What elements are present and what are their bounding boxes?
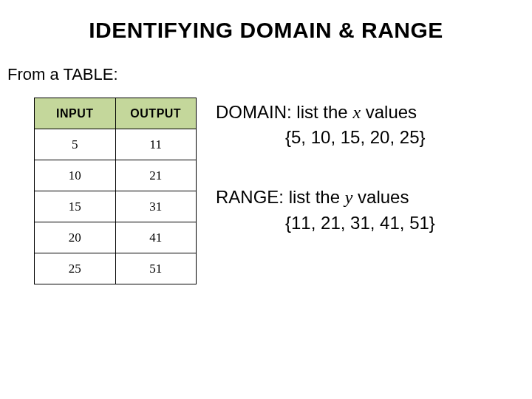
table-header-row: INPUT OUTPUT [35, 98, 197, 129]
domain-prefix: DOMAIN: list the [216, 102, 352, 122]
cell-input: 20 [35, 222, 116, 253]
table-row: 5 11 [35, 129, 197, 160]
cell-input: 15 [35, 191, 116, 222]
table-row: 20 41 [35, 222, 197, 253]
io-table-wrap: INPUT OUTPUT 5 11 10 21 15 31 [34, 98, 197, 284]
table-row: 10 21 [35, 160, 197, 191]
th-input: INPUT [35, 98, 116, 129]
range-line: RANGE: list the y values [216, 185, 435, 209]
range-suffix: values [352, 187, 409, 207]
table-row: 25 51 [35, 253, 197, 284]
cell-output: 31 [115, 191, 197, 222]
range-var: y [345, 188, 353, 207]
page-title: IDENTIFYING DOMAIN & RANGE [12, 18, 520, 43]
cell-input: 5 [35, 129, 116, 160]
domain-suffix: values [361, 102, 417, 122]
subtitle: From a TABLE: [7, 65, 520, 84]
cell-output: 51 [115, 253, 197, 284]
cell-output: 21 [115, 160, 197, 191]
slide: IDENTIFYING DOMAIN & RANGE From a TABLE:… [0, 0, 532, 399]
io-table: INPUT OUTPUT 5 11 10 21 15 31 [34, 98, 197, 284]
range-prefix: RANGE: list the [216, 187, 345, 207]
table-row: 15 31 [35, 191, 197, 222]
cell-output: 11 [115, 129, 197, 160]
explanation-text: DOMAIN: list the x values {5, 10, 15, 20… [216, 98, 435, 234]
content-row: INPUT OUTPUT 5 11 10 21 15 31 [12, 98, 520, 284]
th-output: OUTPUT [115, 98, 197, 129]
cell-input: 10 [35, 160, 116, 191]
domain-line: DOMAIN: list the x values [216, 100, 435, 124]
domain-var: x [352, 103, 361, 122]
cell-output: 41 [115, 222, 197, 253]
cell-input: 25 [35, 253, 116, 284]
range-set: {11, 21, 31, 41, 51} [285, 211, 435, 234]
domain-set: {5, 10, 15, 20, 25} [285, 126, 435, 149]
